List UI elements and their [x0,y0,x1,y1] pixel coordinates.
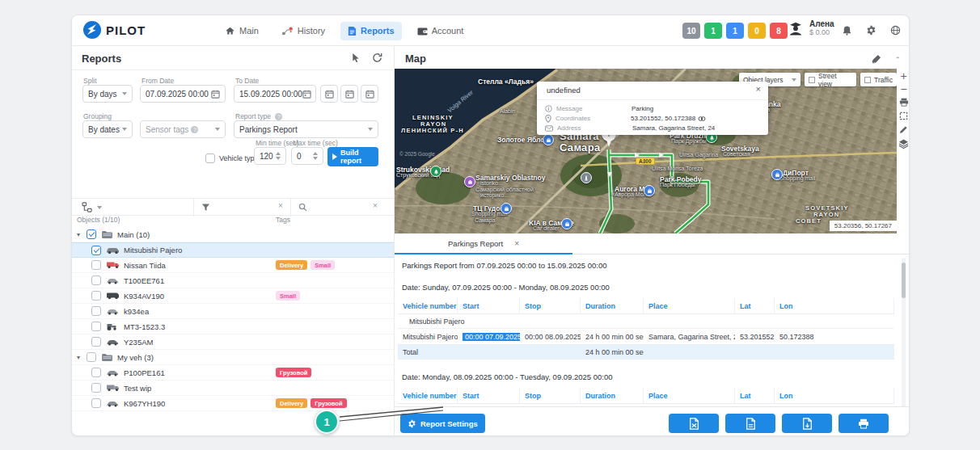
from-date-input[interactable]: 07.09.2025 00:00 [140,85,226,103]
tab-parkings-report[interactable]: Parkings Report× [395,233,572,254]
counter-badge-2[interactable]: 1 [726,23,744,39]
poi-marker-park[interactable] [430,166,441,177]
tree-select-button[interactable] [82,202,102,212]
column-header[interactable]: Start [458,298,520,313]
print-map-button[interactable] [899,98,909,107]
collapse-map-icon[interactable]: ⌃ [894,56,901,64]
export-pdf-button[interactable] [782,414,832,433]
row-checkbox[interactable] [87,229,96,239]
search-clear-icon[interactable]: × [373,201,378,210]
pointer-icon[interactable] [351,53,361,63]
zoom-in-button[interactable]: + [900,72,906,80]
counter-badge-0[interactable]: 10 [682,23,700,39]
link-icon[interactable] [698,116,706,122]
column-header[interactable]: Lat [735,298,775,313]
row-checkbox[interactable] [91,291,101,301]
date-preset-week-button[interactable] [361,85,378,103]
traffic-toggle[interactable]: Traffic [860,73,897,86]
column-header[interactable]: Stop [520,298,581,313]
poi-marker-mall[interactable] [771,169,783,180]
poi-marker-mall[interactable] [543,134,554,145]
column-header[interactable]: Lon [775,298,894,313]
counter-badge-3[interactable]: 0 [748,23,766,39]
split-select[interactable]: By days [82,85,133,103]
chevron-down-icon[interactable]: ▾ [77,231,80,238]
tree-vehicle-row[interactable]: MT3-1523.3 [72,319,394,334]
globe-icon[interactable] [890,25,901,36]
sensor-tags-select[interactable]: Sensor tags? [140,120,226,138]
column-header[interactable]: Duration [581,298,644,313]
column-header[interactable]: Lon [775,388,894,403]
to-date-input[interactable]: 15.09.2025 00:00 [234,85,316,103]
tree-vehicle-row[interactable]: T100EE761 [72,273,394,288]
traffic-checkbox[interactable] [864,77,871,83]
row-checkbox[interactable] [91,275,101,285]
measure-pencil-button[interactable] [899,125,908,134]
tree-group-row[interactable]: ▾My veh (3) [72,350,394,365]
row-checkbox[interactable] [91,368,101,377]
clear-route-brush-icon[interactable] [871,54,881,65]
tree-vehicle-row[interactable]: Test wip [72,381,394,396]
nav-item-history[interactable]: History [274,22,332,40]
tree-vehicle-row[interactable]: P100PE161Грузовой [72,365,394,381]
popup-close-icon[interactable]: × [756,84,761,94]
street-view-checkbox[interactable] [809,77,815,83]
row-checkbox[interactable] [91,322,101,331]
row-checkbox[interactable] [91,398,101,408]
filter-funnel-icon[interactable] [201,203,210,212]
export-xls-button[interactable] [669,414,719,433]
tree-vehicle-row[interactable]: Mitsubishi Pajero [72,242,394,258]
map-canvas[interactable]: Стелла «Ладья»Volga RiverLENINSKIYRAYONЛ… [395,69,897,233]
gear-icon[interactable] [866,25,877,36]
poi-marker-mall[interactable] [561,218,572,229]
column-header[interactable]: Place [644,388,735,403]
filter-clear-icon[interactable]: × [278,201,283,210]
column-header[interactable]: Vehicle number [398,298,458,313]
column-header[interactable]: Stop [520,388,581,403]
tree-vehicle-row[interactable]: K967YH190DeliveryГрузовой [72,396,394,411]
scrollbar-thumb[interactable] [902,263,906,298]
row-checkbox[interactable] [91,246,101,255]
search-icon[interactable] [298,203,307,212]
counter-badge-4[interactable]: 8 [770,23,788,39]
bell-icon[interactable] [842,25,852,36]
tree-group-row[interactable]: ▾Main (10) [72,227,394,242]
nav-item-main[interactable]: Main [218,22,266,40]
print-button[interactable] [838,414,889,433]
tree-vehicle-row[interactable]: K934AV190Small [72,288,394,304]
nav-item-reports[interactable]: Reports [340,22,402,40]
build-report-button[interactable]: Build report [327,147,378,166]
column-header[interactable]: Lat [735,388,775,403]
row-checkbox[interactable] [91,260,101,270]
row-checkbox[interactable] [91,306,101,316]
export-csv-button[interactable] [725,414,775,433]
max-time-input[interactable]: 0 [291,147,323,165]
poi-marker-mall[interactable] [644,185,655,196]
poi-marker-mall[interactable] [501,203,512,214]
row-checkbox[interactable] [87,352,96,362]
close-tab-icon[interactable]: × [514,239,519,248]
chevron-down-icon[interactable]: ▾ [77,354,80,361]
tree-vehicle-row[interactable]: Y235AM [72,334,394,350]
column-header[interactable]: Duration [581,388,644,403]
layers-button[interactable] [898,139,909,149]
counter-badge-1[interactable]: 1 [704,23,722,39]
column-header[interactable]: Place [644,298,735,313]
tree-vehicle-row[interactable]: k934ea [72,304,394,319]
nav-item-account[interactable]: Account [410,22,471,40]
poi-marker-museum[interactable] [464,176,475,187]
column-header[interactable]: Start [458,388,520,403]
date-preset-yesterday-button[interactable] [340,85,358,103]
report-type-select[interactable]: Parkings Report [234,120,378,138]
date-preset-today-button[interactable] [320,85,338,103]
min-time-input[interactable]: 120 [254,147,286,165]
user-account[interactable]: Алена $ 0.00 [787,19,834,36]
zoom-out-button[interactable]: − [900,85,906,93]
report-settings-button[interactable]: Report Settings [400,414,485,433]
poi-marker-monument[interactable] [581,172,592,183]
vehicle-type-checkbox[interactable] [205,154,215,163]
row-checkbox[interactable] [91,337,101,347]
area-select-button[interactable] [899,111,908,120]
row-checkbox[interactable] [91,383,101,393]
column-header[interactable]: Vehicle number [398,388,458,403]
